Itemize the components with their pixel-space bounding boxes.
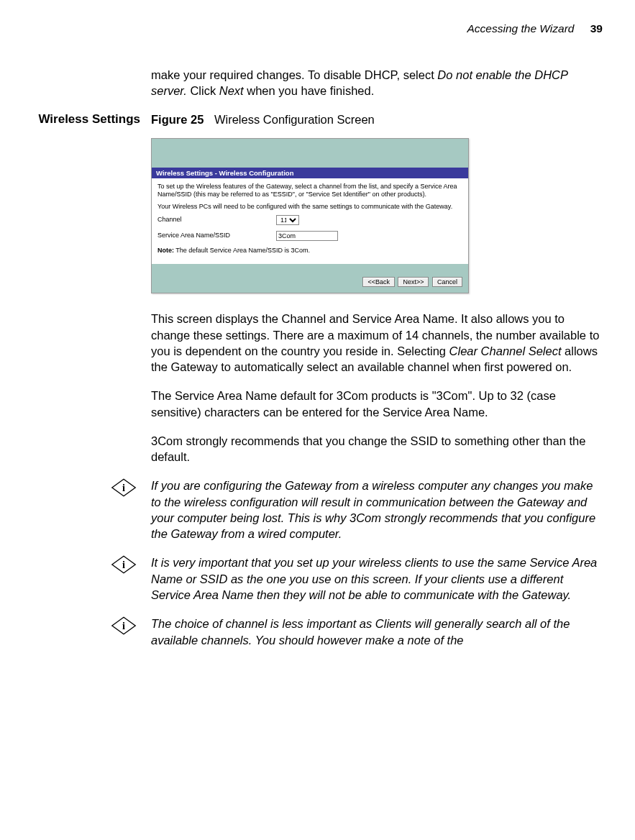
ssid-label: Service Area Name/SSID: [157, 232, 276, 239]
info-note-1: i If you are configuring the Gateway fro…: [7, 478, 603, 542]
page-header: Accessing the Wizard 39: [7, 22, 603, 37]
figure-title: Wireless Configuration Screen: [214, 113, 375, 126]
intro-paragraph: make your required changes. To disable D…: [151, 67, 603, 99]
info-note-3: i The choice of channel is less importan…: [7, 616, 603, 648]
info-icon: i: [111, 554, 137, 575]
figure-caption: Figure 25 Wireless Configuration Screen: [151, 111, 603, 127]
info-icon: i: [111, 616, 137, 636]
screenshot-footer: <<Back Next>> Cancel: [152, 264, 468, 293]
section-heading: Wireless Settings: [7, 111, 147, 478]
back-button[interactable]: <<Back: [362, 277, 395, 287]
section-heading-row: Wireless Settings Figure 25 Wireless Con…: [7, 111, 603, 478]
note-text: The default Service Area Name/SSID is 3C…: [174, 247, 310, 254]
ssid-row: Service Area Name/SSID: [157, 231, 462, 241]
ssid-input[interactable]: [276, 231, 338, 241]
header-title: Accessing the Wizard: [467, 22, 575, 35]
note-label: Note:: [157, 247, 174, 254]
screenshot-text-1: To set up the Wireless features of the G…: [157, 183, 462, 198]
screenshot-top-bar: [152, 139, 468, 168]
svg-text:i: i: [122, 483, 125, 494]
cancel-button[interactable]: Cancel: [432, 277, 462, 287]
next-button[interactable]: Next>>: [398, 277, 429, 287]
wireless-config-screen: Wireless Settings - Wireless Configurati…: [151, 138, 469, 294]
svg-text:i: i: [122, 621, 125, 632]
figure-label: Figure 25: [151, 113, 204, 126]
channel-label: Channel: [157, 216, 276, 224]
screenshot-text-2: Your Wireless PCs will need to be config…: [157, 203, 462, 211]
body-paragraph-1: This screen displays the Channel and Ser…: [151, 311, 603, 375]
screenshot-note: Note: The default Service Area Name/SSID…: [157, 247, 462, 255]
embedded-screenshot: Wireless Settings - Wireless Configurati…: [151, 138, 603, 294]
channel-select[interactable]: 11: [276, 215, 299, 225]
body-paragraph-3: 3Com strongly recommends that you change…: [151, 433, 603, 465]
page-number: 39: [590, 22, 603, 35]
document-page: Accessing the Wizard 39 make your requir…: [0, 0, 635, 670]
channel-row: Channel 11: [157, 215, 462, 225]
intro-row: make your required changes. To disable D…: [7, 67, 603, 112]
info-note-2-text: It is very important that you set up you…: [147, 554, 603, 603]
info-note-3-text: The choice of channel is less important …: [147, 616, 603, 648]
screenshot-banner: Wireless Settings - Wireless Configurati…: [152, 168, 468, 178]
intro-left-margin: [7, 67, 147, 112]
svg-text:i: i: [122, 560, 125, 571]
info-note-1-text: If you are configuring the Gateway from …: [147, 478, 603, 542]
screenshot-body: To set up the Wireless features of the G…: [152, 178, 468, 264]
info-note-2: i It is very important that you set up y…: [7, 554, 603, 603]
info-icon: i: [111, 478, 137, 498]
body-paragraph-2: The Service Area Name default for 3Com p…: [151, 388, 603, 420]
